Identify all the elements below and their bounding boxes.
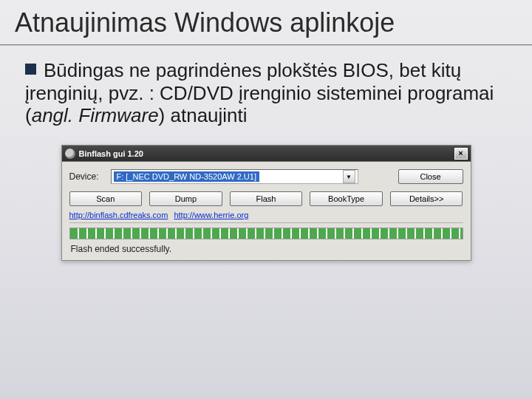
app-window: Binflash gui 1.20 × Device: F: [_NEC DVD… [61,145,471,261]
progress-fill [70,228,463,239]
details-button[interactable]: Details>> [390,191,463,206]
link-herrie[interactable]: http://www.herrie.org [174,211,248,219]
chevron-down-icon[interactable]: ▼ [343,170,355,183]
link-binflash[interactable]: http://binflash.cdfreaks.com [69,211,168,219]
slide-title: Atnaujinimas Windows aplinkoje [0,0,532,44]
dump-button[interactable]: Dump [149,191,222,206]
device-value: F: [_NEC DVD_RW ND-3520AW 2.U1] [114,171,260,182]
bullet-icon [25,64,36,75]
titlebar-title: Binflash gui 1.20 [79,149,143,158]
device-dropdown[interactable]: F: [_NEC DVD_RW ND-3520AW 2.U1] ▼ [111,169,358,184]
body-text-italic: angl. Firmware [32,104,159,126]
booktype-button[interactable]: BookType [310,191,383,206]
device-label: Device: [69,171,105,182]
slide-body: Būdingas ne pagrindėnes plokštės BIOS, b… [0,46,532,127]
close-icon[interactable]: × [454,148,468,160]
body-text-2: ) atnaujinti [159,104,248,126]
status-text: Flash ended successfully. [69,244,463,254]
scan-button[interactable]: Scan [69,191,143,206]
divider [69,222,463,223]
close-button[interactable]: Close [398,169,463,184]
titlebar: Binflash gui 1.20 × [62,146,471,162]
flash-button[interactable]: Flash [230,191,303,206]
app-icon [65,149,75,159]
progress-bar [69,228,463,239]
